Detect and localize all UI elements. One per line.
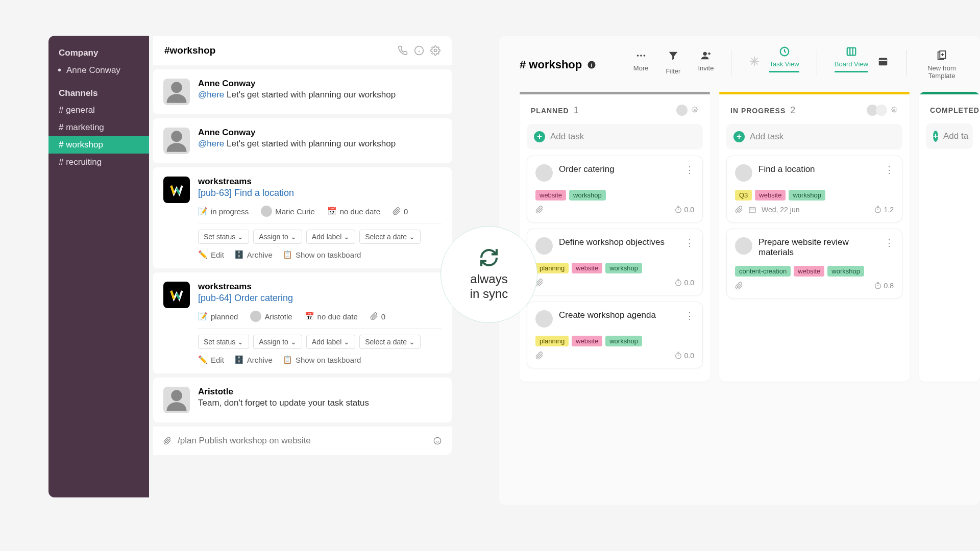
new-template-button[interactable]: New from Template (924, 50, 960, 80)
gear-icon[interactable] (691, 106, 699, 114)
chat-panel: #workshop Anne Conway @here Let's get st… (153, 36, 452, 505)
tag: workshop (605, 336, 642, 346)
svg-point-7 (434, 437, 440, 444)
card-due: Wed, 22 jun (762, 206, 799, 214)
attach-icon (535, 352, 544, 360)
app-avatar (163, 177, 190, 203)
svg-point-5 (171, 131, 182, 142)
svg-point-14 (643, 55, 645, 57)
msg-author: Anne Conway (198, 128, 442, 138)
info-icon[interactable] (414, 45, 424, 56)
calendar-icon[interactable] (877, 56, 889, 67)
add-task-button[interactable]: +Add task (726, 124, 902, 149)
task-title-link[interactable]: Find a location (234, 188, 294, 198)
sidebar-item-workshop[interactable]: # workshop (48, 136, 149, 154)
more-button[interactable]: More (633, 50, 649, 72)
task-ref[interactable]: [pub-63] (198, 188, 234, 198)
task-card[interactable]: Create workshop agenda⋮ planningwebsitew… (527, 302, 703, 368)
card-title: Create workshop agenda (559, 310, 679, 320)
edit-link[interactable]: ✏️ Edit (198, 355, 224, 364)
task-assignee: Aristotle (250, 311, 292, 322)
add-task-button[interactable]: +Add ta (926, 123, 973, 149)
tag: workshop (789, 190, 825, 201)
add-label-button[interactable]: Add label ⌄ (306, 230, 355, 244)
card-menu-icon[interactable]: ⋮ (885, 237, 894, 248)
emoji-icon[interactable] (433, 437, 442, 445)
invite-button[interactable]: Invite (698, 50, 714, 72)
add-task-button[interactable]: +Add task (527, 124, 703, 149)
sidebar-user[interactable]: Anne Conway (48, 62, 149, 78)
board-panel: # workshop i More Filter Invite Task Vie… (499, 36, 980, 505)
card-menu-icon[interactable]: ⋮ (685, 164, 694, 176)
gear-icon[interactable] (890, 106, 898, 114)
column-completed: COMPLETED 0 +Add ta (919, 92, 980, 382)
tag: workshop (827, 266, 864, 277)
task-ref[interactable]: [pub-64] (198, 293, 234, 303)
mention[interactable]: @here (198, 139, 224, 148)
svg-point-3 (434, 49, 437, 52)
card-title: Order catering (559, 164, 679, 174)
info-icon[interactable]: i (587, 60, 596, 69)
select-date-button[interactable]: Select a date ⌄ (359, 335, 421, 349)
card-title: Prepare website review materials (758, 237, 878, 258)
add-label-button[interactable]: Add label ⌄ (306, 335, 355, 349)
column-title: IN PROGRESS (730, 107, 786, 115)
select-date-button[interactable]: Select a date ⌄ (359, 230, 421, 244)
show-taskboard-link[interactable]: 📋 Show on taskboard (283, 250, 361, 259)
svg-point-45 (875, 207, 880, 213)
set-status-button[interactable]: Set status ⌄ (198, 230, 249, 244)
tag: Q3 (735, 190, 752, 201)
avatar (163, 79, 190, 105)
app-avatar (163, 282, 190, 308)
avatar (876, 105, 887, 116)
snowflake-icon[interactable] (749, 56, 760, 67)
archive-link[interactable]: 🗄️ Archive (234, 355, 273, 364)
tag: content-creation (735, 266, 791, 277)
avatar (735, 237, 752, 255)
card-menu-icon[interactable]: ⋮ (685, 310, 694, 321)
sync-badge: alwaysin sync (440, 226, 537, 323)
board-view-tab[interactable]: Board View (835, 46, 868, 72)
attach-icon[interactable] (163, 437, 172, 445)
column-title: COMPLETED (930, 106, 979, 114)
avatar (676, 105, 688, 116)
assign-button[interactable]: Assign to ⌄ (253, 230, 302, 244)
plus-icon: + (933, 131, 938, 142)
card-menu-icon[interactable]: ⋮ (685, 237, 694, 248)
task-attach: 0 (370, 312, 385, 321)
task-card[interactable]: Define workshop objectives⋮ planningwebs… (527, 229, 703, 295)
assign-button[interactable]: Assign to ⌄ (253, 335, 302, 349)
svg-point-33 (675, 207, 681, 213)
chat-input[interactable] (178, 436, 427, 446)
tag: website (572, 336, 602, 346)
timer-icon (874, 282, 882, 290)
archive-link[interactable]: 🗄️ Archive (234, 250, 273, 259)
mention[interactable]: @here (198, 90, 224, 99)
svg-rect-26 (879, 58, 888, 66)
sync-icon (479, 247, 499, 268)
edit-link[interactable]: ✏️ Edit (198, 250, 224, 259)
gear-icon[interactable] (430, 45, 440, 56)
task-card[interactable]: Find a location⋮ Q3websiteworkshop Wed, … (726, 156, 902, 222)
task-card[interactable]: Prepare website review materials⋮ conten… (726, 229, 902, 298)
task-due: 📅no due date (305, 312, 358, 321)
chat-message: Aristotle Team, don't forget to update y… (153, 378, 452, 422)
svg-point-42 (893, 109, 895, 111)
tag: website (755, 190, 786, 201)
set-status-button[interactable]: Set status ⌄ (198, 335, 249, 349)
svg-point-32 (694, 109, 696, 111)
card-menu-icon[interactable]: ⋮ (885, 164, 894, 176)
column-in-progress: IN PROGRESS 2 +Add task Find a location⋮… (719, 92, 910, 382)
chat-header: #workshop (153, 36, 452, 65)
sidebar-item-general[interactable]: # general (48, 102, 149, 119)
task-card[interactable]: Order catering⋮ websiteworkshop 0.0 (527, 156, 703, 222)
phone-icon[interactable] (398, 45, 408, 56)
chat-message: Anne Conway @here Let's get started with… (153, 69, 452, 114)
task-view-tab[interactable]: Task View (769, 46, 799, 72)
filter-button[interactable]: Filter (666, 50, 680, 75)
sidebar-item-recruiting[interactable]: # recruiting (48, 154, 149, 171)
show-taskboard-link[interactable]: 📋 Show on taskboard (283, 355, 361, 364)
task-title-link[interactable]: Order catering (234, 293, 293, 303)
sidebar-item-marketing[interactable]: # marketing (48, 119, 149, 136)
chat-message: Anne Conway @here Let's get started with… (153, 118, 452, 163)
